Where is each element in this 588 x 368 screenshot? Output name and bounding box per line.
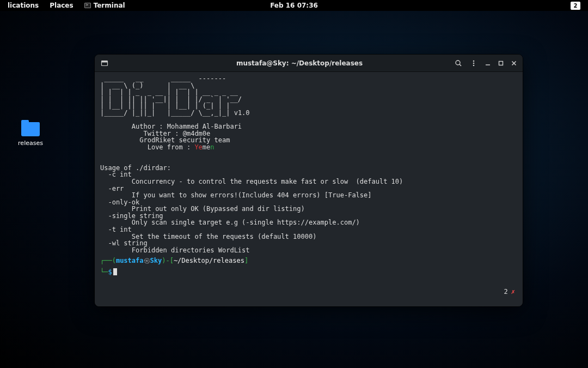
maximize-button[interactable] [495, 58, 506, 69]
prompt-path: ~/Desktop/releases [174, 257, 244, 264]
menu-terminal-label: Terminal [94, 2, 125, 9]
topbar-right: 2 [571, 2, 586, 10]
error-x-icon: ✗ [511, 288, 515, 295]
minimize-icon [485, 61, 491, 66]
svg-point-2 [456, 61, 460, 65]
prompt-user: mustafa [116, 257, 144, 264]
ascii-banner: _____ __ _____ ------- | __ \ (_) | __ \… [100, 75, 242, 117]
version-text: v1.0 [234, 109, 250, 117]
prompt-at: ㉿ [144, 257, 150, 264]
terminal-window: mustafa@Sky: ~/Desktop/releases _____ __… [95, 55, 523, 306]
prompt-dollar: $ [108, 268, 112, 276]
menu-applications-label: lications [8, 2, 39, 9]
yemen-ye: Ye [194, 143, 202, 151]
svg-point-5 [473, 62, 475, 64]
love-prefix: Love from : [100, 143, 194, 151]
yemen-me: me [203, 143, 210, 151]
menu-places[interactable]: Places [44, 2, 78, 9]
svg-line-3 [460, 64, 461, 66]
menu-terminal[interactable]: Terminal [79, 2, 131, 9]
menu-button[interactable] [467, 57, 480, 70]
search-icon [455, 59, 462, 67]
error-indicator: 2 ✗ [504, 288, 515, 295]
folder-icon [21, 122, 40, 136]
minimize-button[interactable] [482, 58, 493, 69]
maximize-icon [498, 61, 504, 66]
prompt-host: Sky [150, 257, 162, 264]
svg-rect-8 [499, 61, 503, 65]
workspace-indicator[interactable]: 2 [571, 2, 580, 10]
flag-0-desc: Concurrency - to control the requests ma… [100, 178, 403, 185]
search-button[interactable] [452, 57, 465, 70]
flag-5-desc: Forbidden directories WordList [100, 246, 250, 254]
svg-point-4 [473, 60, 475, 62]
topbar-datetime[interactable]: Feb 16 07:36 [270, 2, 318, 9]
close-icon [511, 61, 517, 66]
menu-places-label: Places [50, 2, 73, 9]
desktop-folder-label: releases [18, 140, 43, 147]
new-tab-icon [101, 59, 108, 67]
titlebar-left [98, 57, 147, 70]
yemen-n: n [210, 143, 214, 151]
gnome-topbar: lications Places Terminal Feb 16 07:36 2 [0, 0, 588, 11]
kebab-menu-icon [470, 59, 477, 67]
titlebar-right [452, 57, 519, 70]
terminal-app-icon [84, 3, 91, 8]
svg-rect-1 [102, 61, 108, 62]
desktop-folder-releases[interactable]: releases [15, 120, 46, 147]
window-title: mustafa@Sky: ~/Desktop/releases [147, 59, 452, 67]
prompt-line-2: └─$ [100, 268, 517, 276]
prompt-line-1: ┌──(mustafa㉿Sky)-[~/Desktop/releases] [100, 257, 517, 264]
flag-1-desc: If you want to show errors!(Includes 404… [100, 191, 372, 199]
svg-point-6 [473, 64, 475, 66]
close-button[interactable] [509, 58, 519, 69]
titlebar[interactable]: mustafa@Sky: ~/Desktop/releases [95, 55, 523, 72]
error-count: 2 [504, 288, 508, 295]
flag-3-desc: Only scan single target e.g (-single htt… [100, 219, 360, 226]
terminal-body[interactable]: _____ __ _____ ------- | __ \ (_) | __ \… [95, 72, 523, 306]
new-tab-button[interactable] [98, 57, 111, 70]
menu-applications[interactable]: lications [2, 2, 44, 9]
cursor-block [113, 268, 117, 275]
topbar-left: lications Places Terminal [2, 2, 131, 9]
